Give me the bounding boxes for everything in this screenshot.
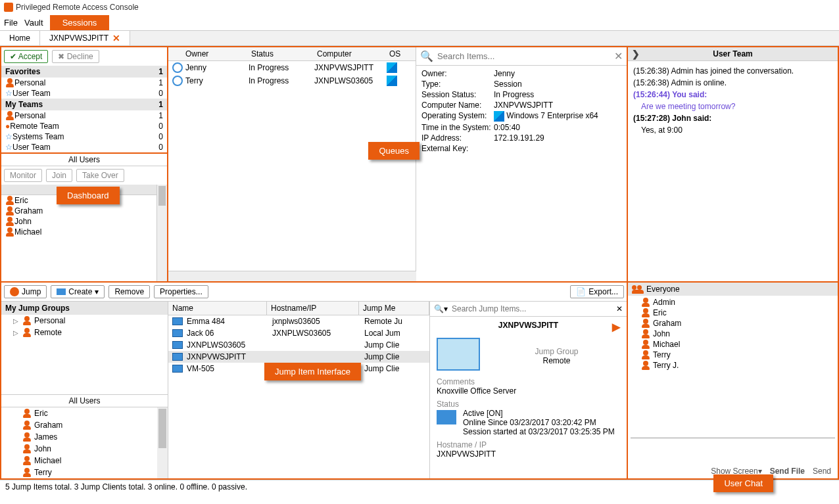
everyone-header[interactable]: Everyone	[628, 283, 838, 296]
person-icon	[641, 329, 650, 338]
chat-panel: ❯ User Team (15:26:38) Admin has joined …	[628, 47, 838, 281]
person-icon	[641, 319, 650, 328]
scrollbar[interactable]	[157, 407, 168, 478]
menu-vault[interactable]: Vault	[24, 18, 43, 28]
table-row[interactable]: Jack 06JXNPLWS03605Local Jum	[168, 327, 429, 339]
person-icon	[22, 328, 32, 337]
chevron-right-icon: ▷	[13, 329, 20, 336]
jump-toolbar: Jump Create▾ Remove Properties... 📄 Expo…	[1, 283, 627, 302]
list-item[interactable]: ●Remote Team0	[1, 121, 167, 131]
person-icon	[22, 444, 32, 453]
chat-input[interactable]	[631, 438, 835, 464]
callout-jii: Jump Item Interface	[264, 363, 361, 380]
tree-item[interactable]: Michael	[1, 455, 168, 467]
send-file-button[interactable]: Send File	[770, 467, 805, 476]
list-item[interactable]: Eric	[628, 308, 838, 318]
list-item[interactable]: ☆User Team0	[1, 142, 167, 152]
table-row[interactable]: JXNPVWSJPITTJump Clie	[168, 351, 429, 363]
scrollbar-h[interactable]	[168, 271, 416, 281]
list-item[interactable]: Michael	[628, 339, 838, 350]
jump-groups: My Jump Groups ▷Personal▷Remote All User…	[1, 302, 168, 478]
monitor-button[interactable]: Monitor	[4, 169, 42, 182]
person-icon	[641, 308, 650, 317]
app-title: Privileged Remote Access Console	[16, 3, 139, 12]
person-icon	[5, 217, 14, 226]
decline-button[interactable]: ✖ Decline	[52, 50, 99, 63]
person-icon	[22, 316, 32, 325]
tree-item[interactable]: ▷Personal	[1, 315, 168, 327]
jump-button[interactable]: Jump	[4, 285, 47, 298]
person-icon	[22, 421, 32, 430]
list-item[interactable]: Terry	[628, 350, 838, 360]
people-icon	[632, 285, 644, 294]
menu-sessions[interactable]: Sessions	[50, 15, 110, 30]
chat-body: (15:26:38) Admin has joined the conversa…	[628, 61, 838, 281]
list-item[interactable]: Graham0	[1, 206, 167, 216]
list-item[interactable]: John	[628, 329, 838, 339]
monitor-icon	[172, 365, 183, 373]
table-row[interactable]: JennyIn ProgressJXNPVWSJPITT	[168, 61, 416, 74]
monitor-icon	[172, 317, 183, 325]
clear-icon[interactable]: ✕	[614, 50, 623, 62]
takeover-button[interactable]: Take Over	[76, 169, 124, 182]
person-icon	[641, 361, 650, 370]
tree-item[interactable]: Terry	[1, 467, 168, 478]
table-row[interactable]: TerryIn ProgressJXNPLWS03605	[168, 74, 416, 87]
tree-item[interactable]: Eric	[1, 407, 168, 419]
person-icon	[641, 340, 650, 349]
person-icon	[5, 111, 14, 120]
clear-icon[interactable]: ✕	[616, 304, 623, 313]
tree-item[interactable]: John	[1, 443, 168, 455]
person-icon	[22, 409, 32, 418]
list-item[interactable]: Terry J.	[628, 360, 838, 371]
play-icon	[10, 287, 19, 296]
join-button[interactable]: Join	[46, 169, 72, 182]
menu-file[interactable]: File	[4, 18, 18, 28]
send-button[interactable]: Send	[813, 467, 831, 476]
avatar-icon	[172, 76, 183, 86]
search-icon: 🔍	[420, 50, 433, 62]
star-icon: ☆	[5, 132, 12, 141]
list-item[interactable]: Michael0	[1, 227, 167, 237]
person-icon	[5, 196, 14, 205]
play-icon[interactable]: ▶	[612, 321, 620, 333]
table-row[interactable]: Emma 484jxnplws03605Remote Ju	[168, 315, 429, 327]
chat-header: ❯ User Team	[628, 47, 838, 61]
screenshot-thumb	[437, 338, 480, 371]
remove-button[interactable]: Remove	[108, 285, 150, 298]
monitor-icon	[172, 353, 183, 361]
export-button[interactable]: 📄 Export...	[570, 285, 624, 298]
person-icon	[5, 78, 14, 87]
properties-button[interactable]: Properties...	[154, 285, 208, 298]
everyone-panel: Everyone AdminEricGrahamJohnMichaelTerry…	[628, 283, 838, 478]
myteams-header: My Teams 1	[1, 99, 167, 110]
chevron-down-icon: ▾	[95, 287, 99, 296]
titlebar: Privileged Remote Access Console	[0, 0, 839, 14]
close-icon[interactable]: ✕	[112, 33, 120, 43]
jump-search-input[interactable]	[452, 304, 612, 313]
tree-item[interactable]: ▷Remote	[1, 327, 168, 338]
list-item[interactable]: ☆Systems Team0	[1, 131, 167, 142]
create-button[interactable]: Create▾	[51, 285, 105, 298]
chevron-right-icon: ▷	[13, 317, 20, 325]
table-row[interactable]: JXNPLWS03605Jump Clie	[168, 339, 429, 351]
favorites-header: Favorites 1	[1, 66, 167, 78]
list-item[interactable]: John0	[1, 216, 167, 227]
scrollbar[interactable]	[156, 185, 167, 281]
list-item[interactable]: Admin	[628, 297, 838, 308]
person-icon	[22, 456, 32, 465]
search-input[interactable]	[437, 51, 610, 61]
list-item[interactable]: Graham	[628, 318, 838, 329]
list-item[interactable]: ☆User Team0	[1, 88, 167, 99]
monitor-icon	[172, 341, 183, 349]
star-icon: ☆	[5, 89, 12, 98]
tab-home[interactable]: Home	[0, 31, 40, 45]
tab-session[interactable]: JXNPVWSJPITT ✕	[40, 31, 130, 45]
windows-icon	[494, 111, 504, 122]
tree-item[interactable]: Graham	[1, 419, 168, 431]
list-item[interactable]: Personal1	[1, 110, 167, 121]
accept-button[interactable]: ✔ Accept	[4, 50, 48, 63]
chevron-right-icon[interactable]: ❯	[632, 49, 640, 59]
tree-item[interactable]: James	[1, 431, 168, 443]
list-item[interactable]: Personal1	[1, 78, 167, 88]
